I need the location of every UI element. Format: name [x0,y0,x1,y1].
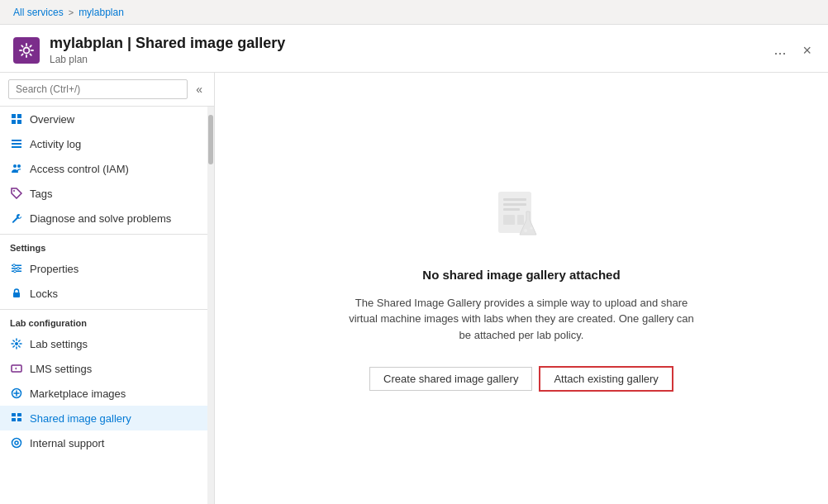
svg-rect-17 [13,292,20,297]
sidebar-scrollbar[interactable] [207,107,214,504]
sidebar-item-tags[interactable]: Tags [0,181,207,206]
svg-point-33 [524,229,527,232]
sidebar-item-properties-label: Properties [30,263,79,275]
create-gallery-button[interactable]: Create shared image gallery [369,367,532,391]
svg-point-0 [24,47,30,53]
lock-icon [10,287,23,300]
breadcrumb-current[interactable]: mylabplan [79,7,124,18]
sidebar-item-locks[interactable]: Locks [0,281,207,306]
svg-rect-24 [17,418,21,421]
main-layout: « Overview Activity log [0,73,828,504]
market-icon [10,387,23,400]
svg-rect-5 [12,140,21,141]
more-options-button[interactable]: ... [770,38,789,62]
sidebar-item-locks-label: Locks [30,288,58,300]
breadcrumb-all-services[interactable]: All services [13,7,64,18]
page-header: mylabplan | Shared image gallery Lab pla… [0,25,828,73]
svg-rect-21 [12,413,16,416]
lab-config-section-header: Lab configuration [0,309,207,331]
sidebar-item-overview-label: Overview [30,113,74,126]
resource-icon [13,37,40,64]
page-subtitle: Lab plan [50,54,760,65]
sidebar-item-internal-support-label: Internal support [30,437,104,449]
gallery-icon [10,411,23,425]
sidebar-item-diagnose-label: Diagnose and solve problems [30,212,171,225]
empty-state-title: No shared image gallery attached [422,268,620,282]
svg-point-14 [13,264,16,267]
sidebar-item-lab-settings-label: Lab settings [30,338,88,350]
wrench-icon [10,212,23,225]
sidebar-item-shared-image-gallery[interactable]: Shared image gallery [0,406,207,430]
svg-point-8 [13,164,17,168]
support-icon [10,436,23,449]
svg-rect-3 [12,120,16,124]
svg-rect-1 [12,114,16,118]
sidebar-scrollbar-thumb [208,115,213,164]
svg-rect-7 [12,146,21,148]
svg-point-9 [17,164,21,168]
sidebar-item-diagnose[interactable]: Diagnose and solve problems [0,206,207,231]
people-icon [10,162,23,175]
close-button[interactable]: × [799,40,815,61]
search-input[interactable] [8,79,188,99]
sidebar-search-container: « [0,73,214,107]
content-area: No shared image gallery attached The Sha… [215,73,828,504]
svg-point-15 [17,267,20,269]
breadcrumb-bar: All services > mylabplan [0,0,828,25]
svg-rect-4 [17,120,21,124]
breadcrumb-separator: > [69,7,74,17]
svg-rect-22 [17,413,21,416]
sidebar-item-activity-log[interactable]: Activity log [0,131,207,156]
empty-state-illustration [488,185,554,251]
gear-icon [10,337,23,350]
sidebar-item-access-control-label: Access control (IAM) [30,163,129,175]
empty-state-description: The Shared Image Gallery provides a simp… [348,295,695,344]
sidebar-nav: Overview Activity log Access control (IA… [0,107,207,504]
sidebar-item-lms-settings-label: LMS settings [30,363,92,375]
sidebar: « Overview Activity log [0,73,215,504]
sidebar-item-access-control[interactable]: Access control (IAM) [0,156,207,181]
svg-point-34 [531,226,533,229]
settings-icon [10,262,23,275]
sidebar-item-marketplace-images-label: Marketplace images [30,388,126,400]
svg-rect-31 [503,215,515,225]
grid-icon [10,112,23,126]
svg-point-10 [13,190,15,192]
svg-point-18 [15,342,18,345]
svg-rect-32 [517,215,524,225]
sidebar-item-shared-image-gallery-label: Shared image gallery [30,412,131,425]
settings-section-header: Settings [0,234,207,256]
list-icon [10,137,23,150]
svg-rect-6 [12,143,21,145]
tag-icon [10,187,23,200]
sidebar-item-tags-label: Tags [30,188,52,200]
lms-icon [10,362,23,375]
page-title: mylabplan | Shared image gallery [50,35,760,52]
svg-rect-29 [503,203,526,206]
svg-rect-23 [12,418,16,421]
sidebar-item-lab-settings[interactable]: Lab settings [0,331,207,356]
svg-rect-28 [503,198,526,201]
sidebar-item-lms-settings[interactable]: LMS settings [0,356,207,381]
main-content: No shared image gallery attached The Sha… [215,73,828,504]
svg-rect-2 [17,114,21,118]
sidebar-item-overview[interactable]: Overview [0,107,207,131]
action-buttons: Create shared image gallery Attach exist… [369,366,673,392]
sidebar-item-marketplace-images[interactable]: Marketplace images [0,381,207,406]
svg-rect-30 [503,208,520,211]
header-title-block: mylabplan | Shared image gallery Lab pla… [50,35,760,65]
sidebar-item-properties[interactable]: Properties [0,256,207,281]
sidebar-item-activity-log-label: Activity log [30,138,81,150]
sidebar-item-internal-support[interactable]: Internal support [0,430,207,455]
svg-point-26 [15,441,18,445]
collapse-button[interactable]: « [193,81,206,97]
svg-point-25 [12,439,21,448]
svg-point-16 [14,270,17,273]
attach-gallery-button[interactable]: Attach existing gallery [539,366,673,392]
